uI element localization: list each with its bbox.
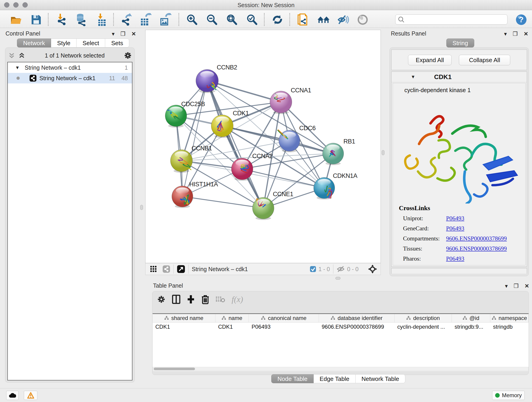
column-header-description[interactable]: description [394,314,452,322]
panel-splitter-handle[interactable] [336,277,341,280]
search-input[interactable] [405,16,503,23]
hidden-eye-icon[interactable] [336,266,345,273]
table-cell[interactable]: CDK1 [152,322,215,331]
table-cell[interactable]: stringdb [490,322,529,331]
crosslink-link[interactable]: P06493 [446,225,464,232]
table-mode-gear-icon[interactable] [157,295,166,304]
tab-network[interactable]: Network [17,38,51,47]
network-node-CCNA1[interactable]: CCNA1 [270,87,311,114]
import-database-button[interactable] [75,13,88,26]
scrollbar-thumb[interactable] [154,368,195,370]
close-panel-icon[interactable]: ✕ [524,31,528,37]
tab-sets[interactable]: Sets [105,38,129,47]
network-canvas[interactable]: CCNB2CCNA1CDC25BCDK1CDC6RB1CCNB1CCNA2CDK… [145,30,381,263]
column-header-name[interactable]: name [215,314,249,322]
birds-eye-view-icon[interactable] [368,264,377,274]
panel-menu-icon[interactable]: ▾ [504,31,507,37]
sphere-button[interactable] [356,13,369,26]
zoom-selected-button[interactable] [246,13,258,26]
horizontal-scrollbar[interactable] [152,367,529,371]
tab-network-table[interactable]: Network Table [355,374,405,383]
column-header-canonical-name[interactable]: canonical name [249,314,319,322]
export-network-button[interactable] [120,13,132,26]
network-graph[interactable]: CCNB2CCNA1CDC25BCDK1CDC6RB1CCNB1CCNA2CDK… [146,30,380,263]
table-cell[interactable]: CDK1 [215,322,249,331]
help-button[interactable]: ? [515,13,527,26]
tab-edge-table[interactable]: Edge Table [314,374,355,383]
network-options-gear-icon[interactable] [124,51,132,60]
network-node-CCNE1[interactable]: CCNE1 [253,191,293,220]
refresh-button[interactable] [271,13,284,26]
table-cell[interactable]: cyclin-dependent ... [394,322,452,331]
panel-menu-icon[interactable]: ▾ [112,31,114,37]
expand-all-chevron-icon[interactable] [18,52,26,59]
network-collection-row[interactable]: ▼ String Network – cdk1 1 [8,62,132,73]
memory-button[interactable]: Memory [492,391,525,400]
network-share-icon[interactable] [162,265,170,273]
node-result-header[interactable]: ▼ CDK1 [392,72,527,82]
network-edge[interactable] [182,81,207,196]
network-node-RB1[interactable]: RB1 [323,138,355,165]
hide-glasses-button[interactable] [336,13,349,26]
float-panel-icon[interactable]: ❒ [120,31,126,37]
export-image-button[interactable] [159,13,171,26]
expand-all-button[interactable]: Expand All [408,55,452,65]
network-node-CDKN1A[interactable]: CDKN1A [314,172,357,200]
tab-style[interactable]: Style [51,38,76,47]
float-panel-icon[interactable]: ❒ [513,31,518,37]
cloud-button[interactable] [6,391,19,400]
open-session-button[interactable] [10,13,22,26]
network-edge[interactable] [207,81,263,208]
share-document-button[interactable] [296,13,309,26]
collapse-section-icon[interactable]: ▼ [411,74,415,80]
close-panel-icon[interactable]: ✕ [525,283,529,289]
collapse-all-button[interactable]: Collapse All [459,55,510,65]
selected-checkbox-icon[interactable] [310,266,316,272]
delete-columns-icon[interactable] [201,294,209,304]
tab-node-table[interactable]: Node Table [271,374,314,383]
network-edge[interactable] [182,196,263,208]
collection-expand-icon[interactable]: ▼ [15,65,20,70]
column-header-namespace[interactable]: namespace [490,314,529,322]
open-in-new-window-icon[interactable] [177,265,185,273]
export-table-button[interactable] [139,13,152,26]
float-panel-icon[interactable]: ❒ [514,283,519,289]
table-row[interactable]: CDK1CDK1P064939606.ENSP00000378699cyclin… [152,322,529,331]
string-homes-button[interactable] [317,13,329,26]
tab-string[interactable]: String [446,38,474,47]
zoom-in-button[interactable] [186,13,198,26]
crosslink-link[interactable]: 9606.ENSP00000378699 [446,245,507,252]
panel-menu-icon[interactable]: ▾ [505,283,508,289]
column-header-database-identifier[interactable]: database identifier [319,314,394,322]
column-header-@id[interactable]: @id [452,314,490,322]
import-network-button[interactable] [56,13,68,26]
zoom-out-button[interactable] [206,13,218,26]
grid-view-icon[interactable] [150,266,157,273]
import-table-button[interactable] [96,13,108,26]
close-panel-icon[interactable]: ✕ [132,31,136,37]
collapse-all-chevron-icon[interactable] [8,52,16,59]
column-header-shared-name[interactable]: shared name [152,314,215,322]
network-row[interactable]: String Network – cdk1 11 48 [8,73,132,83]
panel-splitter-handle[interactable] [382,150,385,155]
tab-select[interactable]: Select [76,38,105,47]
network-node-CCNB1[interactable]: CCNB1 [171,145,212,173]
crosslink-link[interactable]: P06493 [446,215,464,222]
table-cell[interactable]: 9606.ENSP00000378699 [319,322,394,331]
network-edge[interactable] [207,81,281,102]
table-cell[interactable]: stringdb:9... [452,322,490,331]
save-session-button[interactable] [30,13,42,26]
network-node-HIST1H1A[interactable]: HIST1H1A [172,181,218,208]
node-gloss-highlight [200,71,214,78]
panel-splitter-handle[interactable] [140,205,143,210]
network-node-CCNB2[interactable]: CCNB2 [196,64,237,93]
function-builder-icon[interactable]: f(x) [232,294,243,304]
warning-button[interactable] [24,391,37,400]
crosslink-link[interactable]: P06493 [446,255,464,262]
delete-table-icon[interactable] [215,296,225,303]
table-cell[interactable]: P06493 [249,322,319,331]
show-columns-icon[interactable] [172,295,180,304]
crosslink-link[interactable]: 9606.ENSP00000378699 [446,235,507,242]
create-column-icon[interactable] [187,295,195,304]
zoom-fit-button[interactable] [226,13,238,26]
